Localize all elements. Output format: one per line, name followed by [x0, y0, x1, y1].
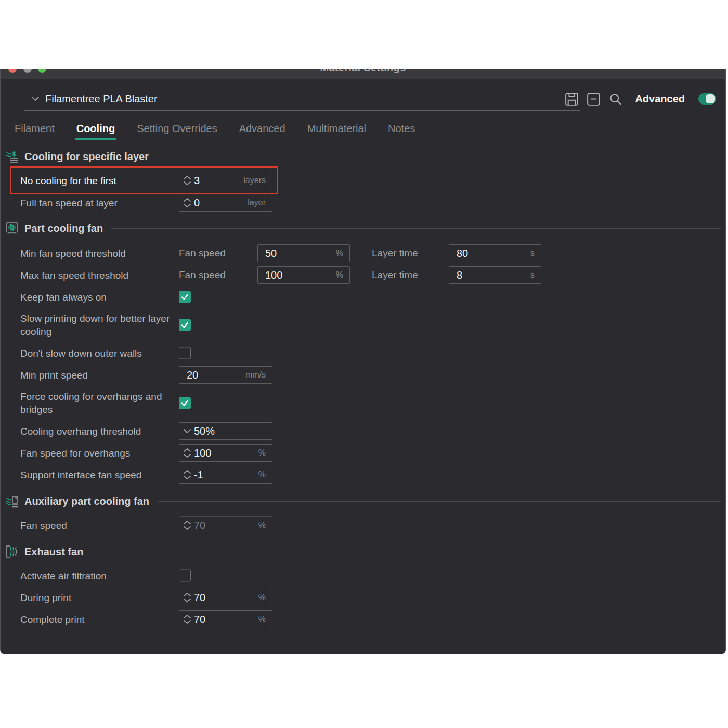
tab-advanced[interactable]: Advanced: [239, 123, 285, 140]
setting-label: Support interface fan speed: [20, 469, 176, 482]
spinner-arrows-icon[interactable]: [184, 470, 191, 479]
field-value: 0: [194, 197, 248, 209]
save-icon: [565, 93, 578, 106]
no-cooling-layers-spinner[interactable]: 3 layers: [179, 172, 272, 189]
fan-overhangs-spinner[interactable]: 100 %: [179, 444, 272, 462]
min-fan-speed-input[interactable]: 50 %: [257, 244, 350, 262]
section-title: Part cooling fan: [24, 223, 103, 235]
setting-label: Full fan speed at layer: [20, 197, 176, 210]
field-unit: %: [336, 270, 343, 280]
row-no-cooling-first: No cooling for the first 3 layers: [1, 172, 725, 189]
layer-time-sublabel: Layer time: [372, 269, 418, 281]
setting-label: During print: [20, 591, 176, 604]
field-unit: s: [530, 270, 535, 280]
tab-notes[interactable]: Notes: [388, 123, 415, 140]
row-keep-fan-on: Keep fan always on: [1, 291, 725, 303]
dont-slow-checkbox[interactable]: [179, 347, 191, 359]
slow-printing-checkbox[interactable]: [179, 319, 191, 331]
field-unit: layer: [248, 198, 266, 207]
advanced-toggle[interactable]: [698, 93, 716, 105]
air-filtration-checkbox[interactable]: [179, 570, 191, 582]
delete-preset-button[interactable]: [586, 92, 601, 106]
field-value: 80: [457, 248, 530, 259]
window-title: Material Settings: [1, 69, 725, 74]
setting-label: Force cooling for overhangs and bridges: [20, 390, 176, 416]
field-value: 50%: [194, 425, 272, 437]
fan-speed-sublabel: Fan speed: [179, 269, 226, 281]
material-settings-window: Material Settings Filamentree PLA Blaste…: [0, 69, 726, 654]
preset-dropdown[interactable]: Filamentree PLA Blaster: [24, 87, 580, 111]
field-value: 70: [194, 614, 258, 626]
row-aux-fan-speed: Fan speed 70 %: [1, 516, 725, 534]
setting-label: Min fan speed threshold: [20, 247, 176, 260]
full-fan-layer-spinner[interactable]: 0 layer: [179, 194, 272, 212]
field-value: 100: [265, 269, 336, 281]
search-settings-button[interactable]: [608, 92, 622, 106]
tab-multimaterial[interactable]: Multimaterial: [307, 123, 366, 140]
field-unit: s: [530, 249, 535, 258]
spinner-arrows-icon[interactable]: [184, 593, 191, 602]
minus-square-icon: [587, 93, 600, 106]
aux-fan-speed-spinner: 70 %: [179, 516, 272, 534]
row-cooling-overhang-threshold: Cooling overhang threshold 50%: [1, 422, 725, 440]
section-title: Auxiliary part cooling fan: [24, 496, 149, 508]
search-icon: [609, 93, 622, 106]
field-value: 100: [194, 447, 258, 459]
setting-label: Fan speed for overhangs: [20, 447, 176, 460]
check-icon: [181, 400, 189, 407]
toggle-knob: [706, 94, 715, 103]
toolbar: Filamentree PLA Blaster: [1, 79, 725, 121]
setting-label: Activate air filtration: [20, 569, 176, 582]
spinner-arrows-icon[interactable]: [184, 615, 191, 624]
field-value: 70: [194, 519, 258, 531]
row-max-fan-threshold: Max fan speed threshold Fan speed 100 % …: [1, 266, 725, 284]
spinner-arrows-icon: [184, 521, 191, 530]
field-unit: %: [336, 249, 343, 258]
tab-setting-overrides[interactable]: Setting Overrides: [137, 123, 217, 140]
save-preset-button[interactable]: [564, 92, 579, 106]
check-icon: [181, 322, 189, 329]
overhang-threshold-dropdown[interactable]: 50%: [179, 422, 272, 440]
section-part-cooling-fan: Part cooling fan: [5, 220, 721, 237]
setting-label: Don't slow down outer walls: [20, 347, 176, 360]
min-fan-layer-time-input[interactable]: 80 s: [449, 244, 541, 262]
setting-label: Complete print: [20, 613, 176, 626]
min-print-speed-input[interactable]: 20 mm/s: [179, 366, 272, 384]
force-cooling-checkbox[interactable]: [179, 397, 191, 409]
row-complete-print: Complete print 70 %: [1, 610, 725, 628]
layer-time-sublabel: Layer time: [372, 248, 418, 259]
row-activate-air-filtration: Activate air filtration: [1, 569, 725, 582]
setting-label: Max fan speed threshold: [20, 269, 176, 282]
complete-print-spinner[interactable]: 70 %: [179, 610, 272, 628]
spinner-arrows-icon[interactable]: [184, 448, 191, 458]
title-bar: Material Settings: [1, 69, 725, 79]
section-rule: [158, 501, 721, 502]
advanced-mode-label: Advanced: [635, 93, 685, 105]
setting-label: Slow printing down for better layer cool…: [20, 312, 176, 338]
chevron-down-icon: [32, 97, 39, 101]
support-fan-spinner[interactable]: -1 %: [179, 466, 272, 484]
field-value: 50: [265, 248, 336, 259]
cooling-settings-panel: Cooling for specific layer No cooling fo…: [1, 140, 725, 653]
row-slow-printing: Slow printing down for better layer cool…: [1, 312, 725, 338]
settings-tabs: Filament Cooling Setting Overrides Advan…: [1, 121, 725, 140]
max-fan-speed-input[interactable]: 100 %: [257, 266, 350, 284]
check-icon: [181, 294, 189, 301]
row-force-cooling-overhangs: Force cooling for overhangs and bridges: [1, 390, 725, 416]
preset-name: Filamentree PLA Blaster: [45, 93, 158, 105]
setting-label: No cooling for the first: [20, 174, 176, 187]
tab-filament[interactable]: Filament: [15, 123, 55, 140]
max-fan-layer-time-input[interactable]: 8 s: [449, 266, 541, 284]
section-title: Cooling for specific layer: [24, 151, 149, 163]
keep-fan-checkbox[interactable]: [179, 291, 191, 303]
chevron-down-icon: [184, 429, 191, 433]
tab-cooling[interactable]: Cooling: [76, 123, 115, 140]
part-cooling-fan-icon: [5, 221, 19, 236]
spinner-arrows-icon[interactable]: [184, 176, 191, 185]
field-unit: %: [258, 521, 266, 530]
during-print-spinner[interactable]: 70 %: [179, 589, 272, 606]
row-during-print: During print 70 %: [1, 589, 725, 606]
spinner-arrows-icon[interactable]: [184, 198, 191, 207]
fan-speed-sublabel: Fan speed: [179, 248, 226, 259]
row-support-interface-fan: Support interface fan speed -1 %: [1, 466, 725, 484]
